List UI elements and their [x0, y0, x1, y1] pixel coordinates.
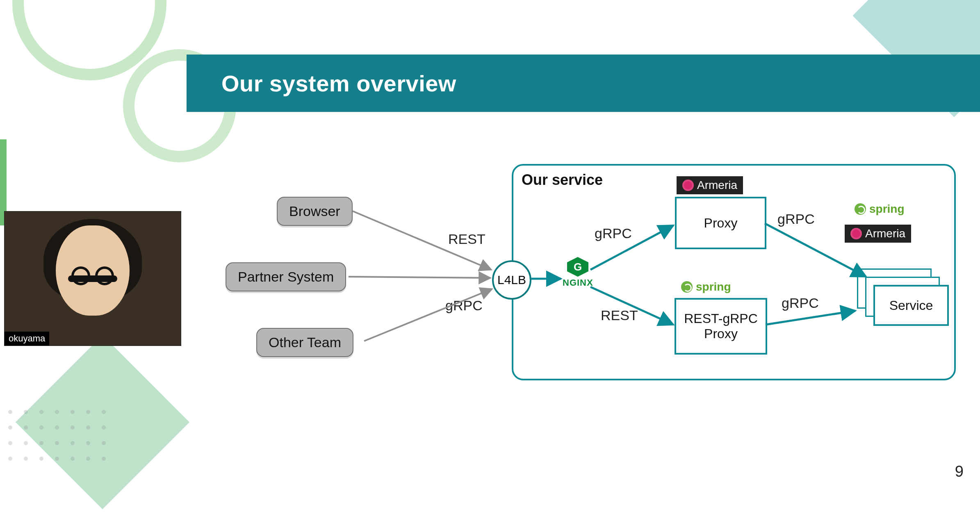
spring-icon: [855, 203, 866, 215]
armeria-icon: [682, 180, 694, 191]
slide-stage: Our system overview okuyama Our service …: [0, 0, 980, 514]
armeria-icon: [850, 228, 862, 239]
armeria-label: Armeria: [865, 227, 905, 240]
service-node: Service: [873, 285, 949, 326]
presenter-name-tag: okuyama: [5, 332, 49, 346]
armeria-badge: Armeria: [845, 225, 911, 243]
service-label: Service: [889, 298, 933, 313]
armeria-badge: Armeria: [677, 176, 743, 194]
slide-title: Our system overview: [221, 70, 456, 97]
rest-grpc-proxy-label-line2: Proxy: [704, 326, 738, 341]
client-partner-system-node: Partner System: [226, 262, 346, 291]
title-bar: Our system overview: [187, 55, 980, 112]
rest-grpc-proxy-node: REST-gRPC Proxy: [675, 298, 767, 355]
avatar-headset: [68, 275, 117, 282]
deco-dot-grid: [8, 410, 106, 461]
svg-line-3: [349, 277, 490, 278]
armeria-label: Armeria: [697, 179, 737, 192]
edge-label-grpc: gRPC: [595, 225, 632, 241]
page-number: 9: [955, 463, 964, 480]
nginx-label: NGINX: [563, 277, 593, 288]
edge-label-grpc: gRPC: [777, 211, 815, 227]
spring-label: spring: [869, 202, 905, 216]
avatar-face: [56, 225, 130, 316]
edge-label-grpc: gRPC: [782, 295, 819, 311]
rest-grpc-proxy-label-line1: REST-gRPC: [684, 311, 758, 326]
client-browser-node: Browser: [277, 197, 353, 226]
presenter-webcam: okuyama: [4, 211, 181, 346]
svg-text:G: G: [574, 261, 582, 273]
svg-line-4: [364, 289, 492, 341]
proxy-node: Proxy: [675, 197, 766, 249]
nginx-icon: G: [565, 256, 590, 277]
edge-label-rest: REST: [448, 231, 485, 247]
spring-badge: spring: [849, 200, 910, 218]
service-boundary-title: Our service: [522, 171, 603, 189]
proxy-label: Proxy: [704, 216, 738, 231]
spring-badge: spring: [675, 278, 737, 296]
l4lb-label: L4LB: [497, 273, 526, 287]
spring-icon: [681, 281, 693, 293]
l4lb-node: L4LB: [492, 260, 531, 300]
architecture-diagram: Our service Browser Partner System Other…: [213, 164, 959, 393]
edge-label-rest: REST: [601, 307, 638, 323]
edge-label-grpc: gRPC: [445, 298, 483, 314]
nginx-node: G NGINX: [563, 256, 593, 288]
spring-label: spring: [696, 280, 731, 293]
client-other-team-node: Other Team: [256, 328, 353, 357]
